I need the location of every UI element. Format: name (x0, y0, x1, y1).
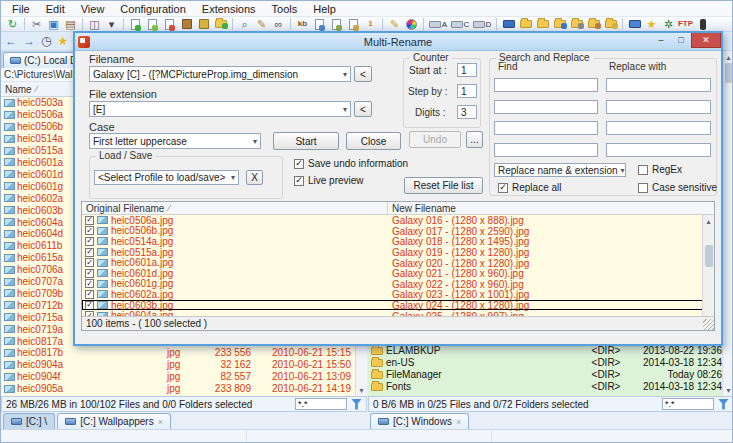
new-filename-column-header[interactable]: New Filename (387, 202, 704, 214)
favorites-icon[interactable]: ★ (643, 17, 660, 31)
replace-input-1[interactable] (606, 78, 711, 92)
color-wheel-icon[interactable] (403, 17, 420, 31)
left-filter-input[interactable] (295, 398, 347, 410)
minimize-icon[interactable]: – (651, 33, 671, 48)
checkbox-check-icon[interactable]: ✓ (85, 301, 94, 310)
close-icon[interactable]: ✕ (691, 33, 721, 48)
folder-row[interactable]: en-US<DIR>2014-03-18 12:34 (368, 357, 722, 369)
delete-file-icon[interactable] (161, 17, 178, 31)
scrollbar-thumb[interactable] (725, 63, 733, 83)
checkbox-check-icon[interactable]: ✓ (85, 290, 94, 299)
extension-combo[interactable]: [E] ▾ (89, 101, 351, 117)
file-row[interactable]: heic0817bjpg233 5562010-06-21 15:15 (1, 347, 355, 359)
edit-file-icon[interactable]: ✎ (253, 17, 270, 31)
find-input-2[interactable] (494, 100, 598, 114)
scroll-down-icon[interactable]: ▾ (723, 384, 733, 396)
start-at-input[interactable] (457, 63, 477, 77)
undo-options-button[interactable]: ... (466, 131, 483, 148)
drive-a-icon[interactable]: A (427, 17, 449, 31)
folder-list-icon[interactable] (568, 17, 585, 31)
menu-edit[interactable]: Edit (39, 3, 72, 15)
clipboard-paste-icon[interactable] (328, 17, 345, 31)
case-sensitive-checkbox[interactable]: Case sensitive (638, 182, 717, 193)
tools-icon[interactable]: ✲ (660, 17, 677, 31)
menu-extensions[interactable]: Extensions (195, 3, 263, 15)
split-view-dropdown-icon[interactable]: ▾ (103, 17, 120, 31)
start-button[interactable]: Start (273, 132, 339, 150)
scroll-up-icon[interactable]: ▴ (703, 215, 715, 227)
find-input-1[interactable] (494, 78, 598, 92)
clipboard-copy-icon[interactable] (311, 17, 328, 31)
tab-close-icon[interactable]: × (456, 417, 461, 427)
documents-folder-icon[interactable] (517, 17, 534, 31)
sync-folders-icon[interactable] (212, 17, 229, 31)
find-duplicates-icon[interactable]: ∞ (270, 17, 287, 31)
filter-funnel-icon[interactable] (351, 399, 362, 410)
list-scrollbar[interactable]: ▴ ▾ (702, 215, 714, 330)
checkbox-check-icon[interactable]: ✓ (85, 269, 94, 278)
folder-row[interactable]: ELAMBKUP<DIR>2013-08-22 19:36 (368, 345, 722, 357)
checkbox-check-icon[interactable]: ✓ (85, 248, 94, 257)
pen-icon[interactable]: ✎ (386, 17, 403, 31)
maximize-icon[interactable]: □ (671, 33, 691, 48)
pack-icon[interactable] (178, 17, 195, 31)
menu-view[interactable]: View (74, 3, 112, 15)
cut-icon[interactable]: ✂ (28, 17, 45, 31)
right-tab-0[interactable]: [C:] Windows× (370, 413, 469, 429)
desktop-icon[interactable] (500, 17, 517, 31)
extension-insert-tag-button[interactable]: < (354, 101, 372, 117)
filter-funnel-icon[interactable] (718, 399, 729, 410)
profile-combo[interactable]: <Select Profile to load/save> ▾ (94, 170, 239, 185)
split-view-icon[interactable]: ◫ (86, 17, 103, 31)
folder-up-icon[interactable] (602, 17, 619, 31)
menu-configuration[interactable]: Configuration (113, 3, 192, 15)
downloads-folder-icon[interactable] (534, 17, 551, 31)
refresh-icon[interactable]: ↻ (4, 17, 21, 31)
scroll-down-icon[interactable]: ▾ (356, 384, 368, 396)
history-icon[interactable]: ◷ (41, 35, 51, 47)
undo-button[interactable]: Undo (409, 131, 461, 148)
checkbox-check-icon[interactable]: ✓ (85, 226, 94, 235)
digits-input[interactable] (457, 105, 477, 119)
folder-row[interactable]: Fonts<DIR>2014-03-18 12:34 (368, 381, 722, 393)
checkbox-check-icon[interactable]: ✓ (85, 279, 94, 288)
find-input-4[interactable] (494, 143, 598, 157)
find-input-3[interactable] (494, 121, 598, 135)
replace-mode-combo[interactable]: Replace name & extension ▾ (494, 163, 626, 177)
clear-profile-button[interactable]: X (246, 170, 263, 185)
doc-number-icon[interactable]: 1 (362, 17, 379, 31)
replace-all-checkbox[interactable]: ✓ Replace all (498, 182, 561, 193)
checkbox-check-icon[interactable]: ✓ (85, 258, 94, 267)
resize-grip[interactable] (703, 319, 714, 330)
forward-icon[interactable]: → (23, 35, 35, 47)
dialog-title-bar[interactable]: Multi-Rename – □ ✕ (75, 33, 721, 51)
drive-c-icon[interactable]: C (449, 17, 471, 31)
filename-insert-tag-button[interactable]: < (354, 66, 372, 82)
file-row[interactable]: heic0905ajpg233 8092010-06-21 14:19 (1, 383, 355, 395)
live-preview-checkbox[interactable]: ✓ Live preview (294, 175, 364, 186)
reset-file-list-button[interactable]: Reset File list (404, 177, 483, 194)
replace-input-2[interactable] (606, 100, 711, 114)
drive-d-icon[interactable]: D (471, 17, 493, 31)
regex-checkbox[interactable]: RegEx (638, 164, 682, 175)
copy-icon[interactable]: ▣ (45, 17, 62, 31)
paste-icon[interactable]: ▤ (62, 17, 79, 31)
original-filename-column-header[interactable]: Original Filename ∕ (82, 202, 387, 214)
checkbox-check-icon[interactable]: ✓ (85, 216, 94, 225)
unpack-icon[interactable] (195, 17, 212, 31)
menu-help[interactable]: Help (306, 3, 343, 15)
right-panel-scrollbar[interactable]: ▴ ▾ (722, 51, 733, 396)
close-button[interactable]: Close (346, 132, 401, 150)
back-icon[interactable]: ← (5, 35, 17, 47)
left-tab-0[interactable]: [C:] \ (3, 413, 55, 429)
replace-input-4[interactable] (606, 143, 711, 157)
folder-doc-icon[interactable] (585, 17, 602, 31)
left-tab-1[interactable]: [C:] Wallpappers× (57, 413, 171, 429)
file-row[interactable]: heic0904fjpg82 5572010-06-21 13:09 (1, 371, 355, 383)
save-undo-checkbox[interactable]: ✓ Save undo information (294, 158, 408, 169)
tab-close-icon[interactable]: × (158, 417, 163, 427)
ftp-icon[interactable]: FTP (677, 17, 694, 31)
scroll-up-icon[interactable]: ▴ (723, 51, 733, 63)
right-filter-input[interactable] (662, 398, 714, 410)
scrollbar-thumb[interactable] (705, 245, 713, 267)
